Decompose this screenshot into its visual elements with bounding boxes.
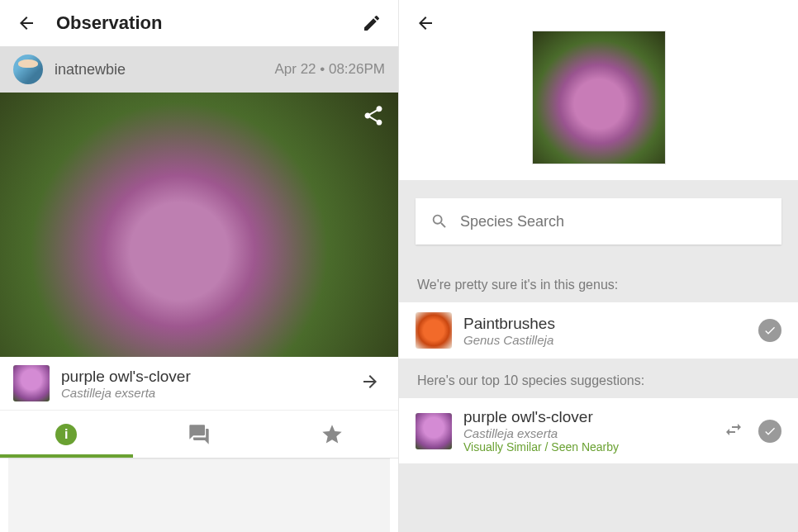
search-box[interactable] (416, 198, 781, 245)
suggestion-common-name: purple owl's-clover (463, 408, 724, 426)
accept-species-button[interactable] (758, 420, 781, 443)
swap-icon (724, 420, 743, 439)
page-title: Observation (56, 12, 355, 34)
avatar[interactable] (13, 55, 43, 84)
back-arrow-icon (17, 13, 36, 33)
accept-genus-button[interactable] (758, 319, 781, 342)
back-button[interactable] (10, 7, 43, 40)
search-icon (430, 211, 449, 231)
suggestion-tags: Visually Similar / Seen Nearby (463, 440, 724, 454)
suggestion-text: purple owl's-clover Castilleja exserta V… (463, 408, 724, 454)
species-thumbnail (13, 365, 50, 401)
species-suggestion-pane: We're pretty sure it's in this genus: Pa… (399, 0, 798, 532)
back-button[interactable] (409, 7, 442, 40)
share-button[interactable] (362, 104, 385, 131)
species-section-label: Here's our top 10 species suggestions: (399, 359, 798, 398)
tab-bar: i (0, 411, 398, 458)
genus-text: Paintbrushes Genus Castilleja (463, 315, 758, 347)
compare-button[interactable] (724, 420, 743, 443)
share-icon (362, 104, 385, 127)
genus-common-name: Paintbrushes (463, 315, 758, 333)
species-common-name: purple owl's-clover (61, 368, 355, 386)
tab-comments[interactable] (133, 411, 266, 458)
check-icon (763, 425, 777, 438)
tab-favorite[interactable] (265, 411, 398, 458)
edit-button[interactable] (355, 7, 388, 40)
observation-preview (399, 46, 798, 180)
observation-preview-image[interactable] (533, 31, 665, 164)
user-strip: inatnewbie Apr 22 • 08:26PM (0, 46, 398, 93)
tab-info[interactable]: i (0, 411, 133, 458)
species-text: purple owl's-clover Castilleja exserta (61, 368, 355, 400)
pencil-icon (362, 13, 382, 33)
back-arrow-icon (416, 13, 435, 33)
app-bar: Observation (0, 0, 398, 46)
genus-scientific-name: Genus Castilleja (463, 333, 758, 347)
search-area (399, 180, 798, 263)
observation-photo[interactable] (0, 93, 398, 357)
genus-suggestion-row[interactable]: Paintbrushes Genus Castilleja (399, 302, 798, 359)
species-id-row[interactable]: purple owl's-clover Castilleja exserta (0, 357, 398, 411)
check-icon (763, 324, 777, 337)
genus-thumbnail (416, 312, 452, 349)
species-suggestion-row[interactable]: purple owl's-clover Castilleja exserta V… (399, 398, 798, 463)
info-icon: i (55, 424, 77, 445)
username[interactable]: inatnewbie (55, 61, 274, 78)
species-scientific-name: Castilleja exserta (61, 386, 355, 400)
map-area (8, 458, 390, 532)
suggestion-scientific-name: Castilleja exserta (463, 426, 724, 440)
arrow-right-icon (360, 372, 380, 392)
timestamp: Apr 22 • 08:26PM (274, 61, 385, 78)
species-arrow-button[interactable] (355, 367, 385, 400)
star-icon (321, 423, 344, 446)
observation-detail-pane: Observation inatnewbie Apr 22 • 08:26PM … (0, 0, 399, 532)
search-input[interactable] (460, 213, 767, 230)
chat-icon (188, 423, 211, 446)
suggestion-thumbnail (416, 413, 452, 449)
genus-section-label: We're pretty sure it's in this genus: (399, 263, 798, 302)
